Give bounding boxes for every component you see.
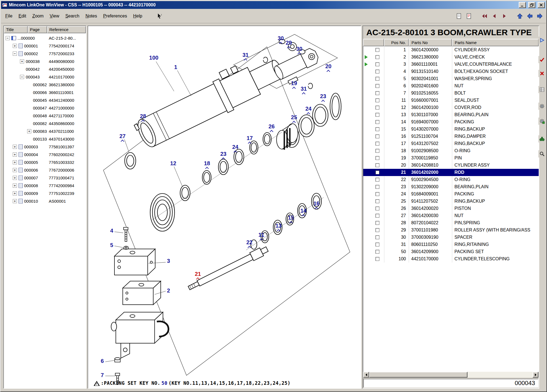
go-back-button[interactable] <box>525 11 535 21</box>
parts-row-30[interactable]: 3037000309190SPACER <box>363 234 539 241</box>
parts-row-31[interactable]: 3180601110250RING,RITAINING <box>363 241 539 248</box>
restore-button[interactable] <box>528 2 535 8</box>
plus-expander-icon[interactable]: + <box>13 176 17 180</box>
parts-row-2[interactable]: 236621380000VALVE,CHECK <box>363 54 539 61</box>
page-view-button[interactable] <box>454 11 464 21</box>
menu-zoom[interactable]: Zoom <box>29 12 47 20</box>
tree-row-000042[interactable]: 00004244200450000 <box>4 65 86 73</box>
callout-20[interactable]: 20 <box>325 63 331 70</box>
parts-row-14[interactable]: 1491694007000PACKING <box>363 118 539 126</box>
row-checkbox[interactable] <box>375 170 379 174</box>
menu-help[interactable]: Help <box>130 12 145 20</box>
tree-row-000006[interactable]: +00000677672000006 <box>4 166 86 174</box>
parts-row-13[interactable]: 1391301107000BEARING,PLAIN <box>363 111 539 118</box>
parts-row-18[interactable]: 1891002908500O-RING <box>363 147 539 154</box>
apply-button[interactable] <box>538 56 546 63</box>
close-button[interactable] <box>538 2 545 8</box>
row-checkbox[interactable] <box>375 127 379 131</box>
menu-preferences[interactable]: Preferences <box>100 12 130 20</box>
tree-row-000047[interactable]: 00004744271000000 <box>4 104 86 112</box>
row-checkbox[interactable] <box>375 178 379 182</box>
row-checkbox[interactable] <box>375 163 379 167</box>
row-checkbox[interactable] <box>375 243 379 246</box>
row-checkbox[interactable] <box>375 235 379 239</box>
search-button[interactable] <box>538 135 546 142</box>
parts-row-6[interactable]: 690202401600NUT <box>363 82 539 90</box>
row-checkbox[interactable] <box>375 70 379 73</box>
parts-row-27[interactable]: 2736014200030NUT <box>363 212 539 219</box>
settings-button[interactable] <box>538 103 546 110</box>
zoom-button[interactable] <box>538 150 546 157</box>
tree-row-000009[interactable]: +00000977751002239 <box>4 189 86 197</box>
callout-25[interactable]: 25 <box>291 114 297 121</box>
minus-expander-icon[interactable]: − <box>6 36 10 40</box>
pointer-tool-button[interactable] <box>155 11 165 21</box>
column-header-page[interactable]: Page <box>28 26 47 33</box>
parts-row-1[interactable]: 136014200000CYLINDER ASSY <box>363 46 539 54</box>
callout-7[interactable]: 7 <box>101 372 104 378</box>
plus-expander-icon[interactable]: + <box>13 160 17 164</box>
row-checkbox[interactable] <box>375 221 379 225</box>
callout-31[interactable]: 31 <box>301 86 307 92</box>
go-forward-button[interactable] <box>535 11 545 21</box>
callout-31[interactable]: 31 <box>242 52 249 58</box>
plus-expander-icon[interactable]: + <box>13 44 17 48</box>
callout-18[interactable]: 18 <box>204 160 210 167</box>
callout-11[interactable]: 11 <box>258 232 264 238</box>
parts-row-16[interactable]: 1691251100704RING,DAMPER <box>363 133 539 140</box>
menu-view[interactable]: View <box>47 12 62 20</box>
next-page-button[interactable] <box>499 11 509 21</box>
scrollbar-thumb[interactable] <box>369 372 467 378</box>
row-checkbox[interactable] <box>375 91 379 95</box>
tree-row-000043[interactable]: −00004344210170000 <box>4 73 86 81</box>
row-checkbox[interactable] <box>375 156 379 160</box>
row-checkbox[interactable] <box>375 142 379 146</box>
row-checkbox[interactable] <box>375 48 379 52</box>
row-checkbox[interactable] <box>375 257 379 261</box>
column-header-parts-no[interactable]: Parts No <box>409 39 452 46</box>
callout-14[interactable]: 14 <box>300 208 306 214</box>
parts-row-28[interactable]: 2880720104022PIN,SPRING <box>363 219 539 226</box>
callout-16[interactable]: 16 <box>313 200 319 207</box>
callout-23[interactable]: 23 <box>220 151 226 157</box>
callout-27[interactable]: 27 <box>119 133 126 139</box>
callout-3[interactable]: 3 <box>167 258 170 264</box>
row-checkbox[interactable] <box>375 207 379 210</box>
row-checkbox[interactable] <box>375 228 379 232</box>
minimize-button[interactable] <box>519 2 526 8</box>
scroll-left-button[interactable] <box>363 372 369 378</box>
tree-row-000082[interactable]: 00008244350860000 <box>4 119 86 127</box>
tree-row-000002[interactable]: −00000277572000233 <box>4 50 86 57</box>
tree-row-000005[interactable]: +00000577651003332 <box>4 158 86 166</box>
callout-2[interactable]: 2 <box>167 287 170 294</box>
row-checkbox[interactable] <box>375 192 379 196</box>
parts-row-5[interactable]: 590302041001WASHER,SPRING <box>363 75 539 82</box>
plus-expander-icon[interactable]: + <box>13 168 17 172</box>
note-key-number[interactable]: 50 <box>162 380 167 386</box>
parts-row-19[interactable]: 1937000119850PIN <box>363 154 539 162</box>
tree-row-000045[interactable]: 00004544341240000 <box>4 96 86 104</box>
plus-expander-icon[interactable]: + <box>13 184 17 188</box>
cancel-button[interactable] <box>538 70 546 77</box>
callout-4[interactable]: 4 <box>110 228 113 234</box>
parts-row-24[interactable]: 2491684009001PACKING <box>363 190 539 198</box>
callout-30[interactable]: 30 <box>296 46 302 52</box>
callout-6[interactable]: 6 <box>101 358 104 364</box>
tree-row-000003[interactable]: +00000377581001397 <box>4 143 86 151</box>
callout-30[interactable]: 30 <box>278 35 284 42</box>
callout-26[interactable]: 26 <box>269 123 275 130</box>
menu-edit[interactable]: Edit <box>16 12 29 20</box>
row-checkbox[interactable] <box>375 98 379 102</box>
list-view-button[interactable] <box>538 86 546 93</box>
row-checkbox[interactable] <box>375 250 379 254</box>
plus-expander-icon[interactable]: + <box>13 152 17 157</box>
callout-23[interactable]: 23 <box>320 93 326 100</box>
parts-row-25[interactable]: 2591411207502RING,BACKUP <box>363 198 539 205</box>
tree-row-000133[interactable]: 00013344370143000 <box>4 135 86 143</box>
row-checkbox[interactable] <box>375 149 379 153</box>
hotspot-forward-button[interactable] <box>538 37 546 44</box>
callout-19[interactable]: 19 <box>291 80 297 86</box>
row-checkbox[interactable] <box>375 214 379 218</box>
scrollbar-track[interactable] <box>369 372 533 378</box>
callout-24[interactable]: 24 <box>305 106 311 112</box>
